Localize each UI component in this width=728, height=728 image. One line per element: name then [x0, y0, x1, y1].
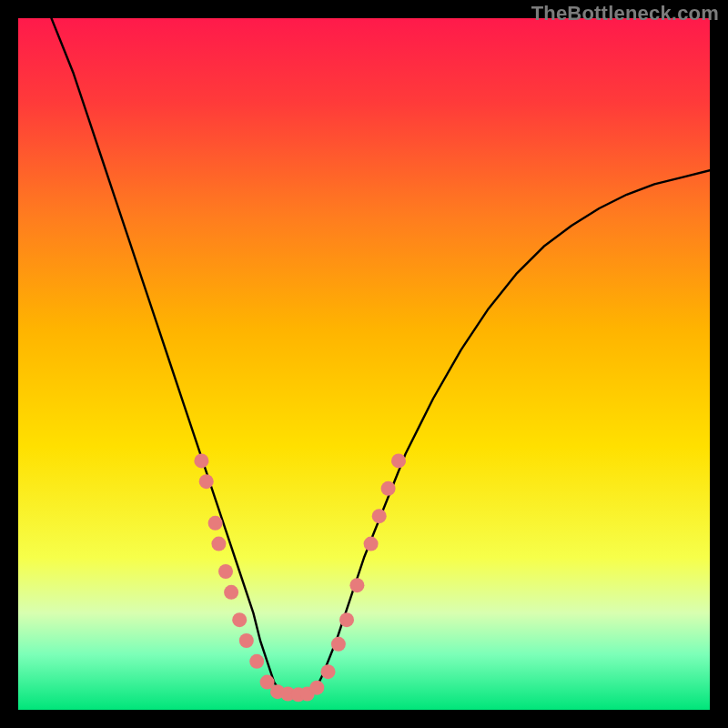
curve-marker: [194, 453, 208, 468]
watermark-text: TheBottleneck.com: [531, 2, 719, 25]
curve-marker: [211, 537, 226, 551]
gradient-background: [18, 18, 710, 710]
curve-marker: [218, 564, 233, 579]
chart-svg: [18, 18, 710, 710]
curve-marker: [239, 633, 254, 648]
curve-marker: [232, 612, 247, 627]
curve-marker: [208, 516, 223, 531]
plot-area: [18, 18, 710, 710]
curve-marker: [364, 537, 379, 551]
curve-marker: [249, 654, 264, 669]
curve-marker: [339, 612, 354, 627]
curve-marker: [349, 578, 364, 592]
curve-marker: [199, 474, 214, 489]
curve-marker: [331, 637, 346, 652]
curve-marker: [309, 681, 324, 695]
curve-marker: [372, 509, 387, 523]
chart-frame: TheBottleneck.com: [0, 0, 728, 728]
curve-marker: [224, 585, 238, 600]
curve-marker: [321, 664, 336, 679]
curve-marker: [391, 453, 406, 468]
curve-marker: [381, 481, 396, 496]
